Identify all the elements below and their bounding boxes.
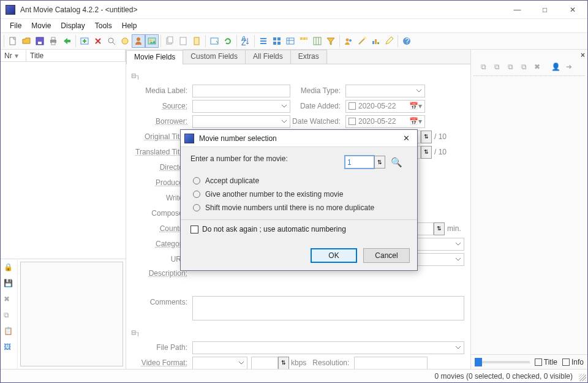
menu-display[interactable]: Display bbox=[56, 20, 89, 31]
opt-shift-numbers[interactable]: Shift movie numbers until there is no mo… bbox=[193, 201, 407, 214]
tab-custom-fields[interactable]: Custom Fields bbox=[183, 50, 246, 64]
close-button[interactable]: ✕ bbox=[559, 1, 586, 18]
wand-icon[interactable] bbox=[355, 34, 369, 48]
menu-help[interactable]: Help bbox=[118, 20, 141, 31]
col-title[interactable]: Title bbox=[26, 50, 126, 61]
rp-icon-2[interactable]: ⧉ bbox=[491, 61, 503, 73]
open-icon[interactable] bbox=[20, 34, 33, 48]
save-icon[interactable] bbox=[33, 34, 47, 48]
svg-text:?: ? bbox=[405, 37, 410, 45]
video-bitrate-input[interactable] bbox=[251, 357, 278, 370]
thumb-paste-icon[interactable]: 📋 bbox=[4, 327, 15, 338]
comments-input[interactable] bbox=[192, 296, 464, 320]
titlebar: Ant Movie Catalog 4.2.2 - <untitled> — □… bbox=[1, 1, 587, 19]
thumbnail-preview[interactable] bbox=[20, 262, 123, 366]
date-watched-input[interactable]: 2020-05-22📅▾ bbox=[345, 115, 425, 128]
detail-view-icon[interactable] bbox=[284, 34, 297, 48]
file-path-input[interactable] bbox=[192, 341, 464, 354]
movie-list[interactable] bbox=[1, 62, 126, 259]
person-icon[interactable] bbox=[132, 34, 145, 48]
lbl-media-type: Media Type: bbox=[290, 86, 345, 95]
thumb-picture-icon[interactable]: 🖼 bbox=[4, 343, 15, 354]
refresh-icon[interactable] bbox=[221, 34, 235, 48]
movie-number-input[interactable] bbox=[345, 156, 374, 169]
media-label-input[interactable] bbox=[192, 85, 290, 97]
date-added-input[interactable]: 2020-05-22📅▾ bbox=[345, 100, 425, 113]
columns-icon[interactable] bbox=[311, 34, 324, 48]
rp-icon-1[interactable]: ⧉ bbox=[477, 61, 489, 73]
users-icon[interactable] bbox=[342, 34, 355, 48]
my-rating-spin[interactable]: ⇅ bbox=[421, 131, 432, 143]
col-nr[interactable]: Nr▾ bbox=[1, 50, 26, 61]
thumb-copy-icon[interactable]: ⧉ bbox=[4, 311, 15, 322]
zoom-slider[interactable] bbox=[475, 361, 530, 363]
lbl-date-watched: Date Watched: bbox=[290, 117, 345, 126]
video-format-combo[interactable] bbox=[192, 357, 247, 370]
help-icon[interactable]: ? bbox=[400, 34, 413, 48]
category-combo2[interactable] bbox=[412, 238, 464, 251]
export-icon[interactable] bbox=[60, 34, 74, 48]
menu-movie[interactable]: Movie bbox=[27, 20, 55, 31]
rp-icon-5[interactable]: ✖ bbox=[531, 61, 543, 73]
ok-button[interactable]: OK bbox=[311, 248, 357, 263]
picture-icon[interactable] bbox=[145, 34, 159, 48]
sort-icon[interactable]: AZ bbox=[239, 34, 252, 48]
thumb-delete-icon[interactable]: ✖ bbox=[4, 295, 15, 306]
delete-movie-icon[interactable] bbox=[91, 34, 105, 48]
tab-extras[interactable]: Extras bbox=[290, 50, 327, 64]
edit-icon[interactable] bbox=[382, 34, 396, 48]
tiles-view-icon[interactable] bbox=[270, 34, 284, 48]
clipboard-icon[interactable] bbox=[190, 34, 203, 48]
resize-grip[interactable] bbox=[579, 374, 586, 381]
lbl-resolution: Resolution: bbox=[306, 358, 354, 367]
opt-give-another[interactable]: Give another number to the existing movi… bbox=[193, 188, 407, 201]
source-combo[interactable] bbox=[192, 100, 290, 113]
movie-number-spin[interactable]: ⇅ bbox=[374, 156, 385, 169]
find-number-icon[interactable]: 🔍 bbox=[391, 157, 402, 168]
media-type-combo[interactable] bbox=[345, 85, 425, 97]
rating-spin[interactable]: ⇅ bbox=[421, 146, 432, 159]
resolution-input[interactable] bbox=[354, 357, 428, 370]
tab-movie-fields[interactable]: Movie Fields bbox=[126, 50, 183, 64]
app-icon bbox=[6, 5, 15, 15]
url-combo[interactable] bbox=[412, 253, 464, 266]
search-icon[interactable] bbox=[105, 34, 118, 48]
copy-icon[interactable] bbox=[163, 34, 176, 48]
rp-icon-4[interactable]: ⧉ bbox=[518, 61, 530, 73]
rp-icon-3[interactable]: ⧉ bbox=[504, 61, 516, 73]
opt-accept-duplicate[interactable]: Accept duplicate bbox=[193, 174, 407, 188]
right-close-icon[interactable]: × bbox=[581, 51, 585, 59]
dialog-close-icon[interactable]: ✕ bbox=[399, 134, 413, 143]
rp-arrow-icon[interactable]: ➜ bbox=[563, 61, 575, 73]
thumbnail-tools: 🔒 💾 ✖ ⧉ 📋 🖼 bbox=[1, 259, 18, 369]
rp-person-icon[interactable]: 👤 bbox=[549, 61, 562, 73]
paste-icon[interactable] bbox=[176, 34, 190, 48]
video-bitrate-spin[interactable]: ⇅ bbox=[278, 357, 289, 370]
cancel-button[interactable]: Cancel bbox=[363, 248, 410, 263]
link-icon[interactable] bbox=[208, 34, 221, 48]
title-checkbox[interactable]: Title bbox=[535, 358, 557, 366]
grid-view-icon[interactable] bbox=[297, 34, 311, 48]
minimize-button[interactable]: — bbox=[503, 1, 531, 18]
dont-ask-checkbox[interactable]: Do not ask again ; use automatic numberi… bbox=[190, 224, 407, 238]
new-icon[interactable] bbox=[6, 34, 20, 48]
add-movie-icon[interactable] bbox=[78, 34, 91, 48]
lbl-file-path: File Path: bbox=[131, 343, 192, 352]
menu-tools[interactable]: Tools bbox=[91, 20, 116, 31]
thumb-lock-icon[interactable]: 🔒 bbox=[4, 263, 15, 274]
svg-rect-2 bbox=[38, 42, 42, 44]
svg-rect-24 bbox=[300, 37, 303, 40]
length-spin[interactable]: ⇅ bbox=[434, 222, 445, 235]
thumb-save-icon[interactable]: 💾 bbox=[4, 279, 15, 290]
menu-file[interactable]: File bbox=[6, 20, 26, 31]
svg-rect-5 bbox=[51, 42, 55, 45]
script-icon[interactable] bbox=[118, 34, 132, 48]
list-view-icon[interactable] bbox=[257, 34, 270, 48]
print-icon[interactable] bbox=[47, 34, 60, 48]
stats-icon[interactable] bbox=[369, 34, 382, 48]
filter-icon[interactable] bbox=[324, 34, 337, 48]
tab-all-fields[interactable]: All Fields bbox=[245, 50, 291, 64]
maximize-button[interactable]: □ bbox=[531, 1, 559, 18]
info-checkbox[interactable]: Info bbox=[562, 358, 584, 366]
borrower-combo[interactable] bbox=[192, 115, 290, 128]
